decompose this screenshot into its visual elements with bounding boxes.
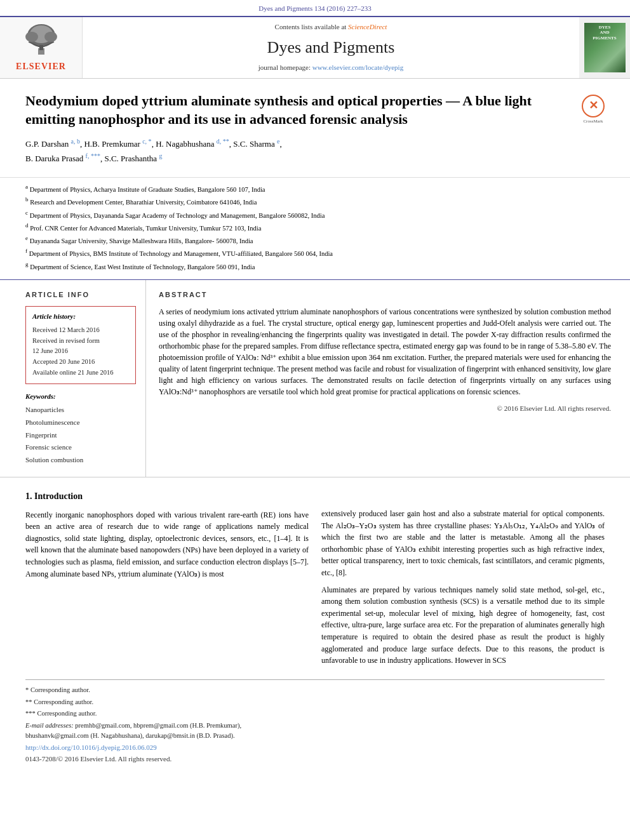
footnote-emails: E-mail addresses: premhb@gmail.com, hbpr… <box>25 721 605 741</box>
affiliations-section: a Department of Physics, Acharya Institu… <box>0 178 630 280</box>
revised-label: Received in revised form <box>32 336 129 347</box>
journal-center: Contents lists available at ScienceDirec… <box>83 17 579 77</box>
affil-g: g Department of Science, East West Insti… <box>25 260 605 272</box>
abstract-label: ABSTRACT <box>159 290 611 300</box>
body-section: 1. Introduction Recently inorganic nanop… <box>0 477 630 672</box>
elsevier-tree-icon <box>16 23 67 58</box>
article-history-box: Article history: Received 12 March 2016 … <box>25 306 136 383</box>
received-date: Received 12 March 2016 <box>32 325 129 336</box>
email-addresses-2: bhushanvk@gmail.com (H. Nagabhushana), d… <box>25 732 235 739</box>
available-date: Available online 21 June 2016 <box>32 368 129 378</box>
body-left-col: 1. Introduction Recently inorganic nanop… <box>25 490 309 672</box>
sciencedirect-line: Contents lists available at ScienceDirec… <box>275 22 387 32</box>
keyword-fingerprint: Fingerprint <box>25 429 136 442</box>
elsevier-logo: ELSEVIER <box>0 17 83 77</box>
keyword-nanoparticles: Nanoparticles <box>25 404 136 417</box>
keyword-forensic: Forensic science <box>25 441 136 454</box>
article-info-label: ARTICLE INFO <box>25 290 136 300</box>
phosphor-word: phosphor <box>192 330 220 339</box>
svg-point-3 <box>25 32 38 42</box>
homepage-line: journal homepage: www.elsevier.com/locat… <box>258 63 403 72</box>
footnotes-section: * Corresponding author. ** Corresponding… <box>25 679 605 767</box>
journal-reference: Dyes and Pigments 134 (2016) 227–233 <box>258 4 372 12</box>
article-info-abstract-section: ARTICLE INFO Article history: Received 1… <box>0 280 630 477</box>
revised-date: 12 June 2016 <box>32 346 129 357</box>
body-right-col: extensively produced laser gain host and… <box>321 490 605 672</box>
footnote-corr2: ** Corresponding author. <box>25 697 605 707</box>
intro-heading: 1. Introduction <box>25 490 309 503</box>
affil-e: e Dayananda Sagar University, Shavige Ma… <box>25 234 605 246</box>
body-para-right-2: Aluminates are prepared by various techn… <box>321 584 605 667</box>
crossmark-circle: ✕ <box>582 95 605 117</box>
doi-link[interactable]: http://dx.doi.org/10.1016/j.dyepig.2016.… <box>25 743 605 752</box>
sciencedirect-label: Contents lists available at <box>275 23 347 30</box>
body-para-right-1: extensively produced laser gain host and… <box>321 508 605 579</box>
body-two-col: 1. Introduction Recently inorganic nanop… <box>25 490 605 672</box>
affil-b: b Research and Development Center, Bhara… <box>25 196 605 207</box>
journal-ref-bar: Dyes and Pigments 134 (2016) 227–233 <box>0 0 630 16</box>
homepage-label: journal homepage: <box>258 63 311 71</box>
footnote-corr3: *** Corresponding author. <box>25 709 605 719</box>
sciencedirect-link[interactable]: ScienceDirect <box>348 23 387 30</box>
cover-image: DYESANDPIGMENTS <box>584 23 626 72</box>
svg-point-4 <box>44 32 57 42</box>
intro-para-1: Recently inorganic nanophosphors doped w… <box>25 509 309 580</box>
affil-c: c Department of Physics, Dayananda Sagar… <box>25 209 605 220</box>
footnote-corr1: * Corresponding author. <box>25 685 605 695</box>
email-label: E-mail addresses: <box>25 722 75 729</box>
affil-f: f Department of Physics, BMS Institute o… <box>25 247 605 258</box>
crossmark-badge[interactable]: ✕ CrossMark <box>582 95 605 125</box>
history-title: Article history: <box>32 312 129 321</box>
abstract-copyright: © 2016 Elsevier Ltd. All rights reserved… <box>159 404 611 413</box>
abstract-text: A series of neodymium ions activated ytt… <box>159 306 611 397</box>
issn-line: 0143-7208/© 2016 Elsevier Ltd. All right… <box>25 754 605 764</box>
keywords-section: Keywords: Nanoparticles Photoluminescenc… <box>25 392 136 467</box>
crossmark-label: CrossMark <box>582 119 605 125</box>
journal-cover: DYESANDPIGMENTS <box>579 17 630 77</box>
keyword-combustion: Solution combustion <box>25 454 136 467</box>
authors-line: G.P. Darshan a, b, H.B. Premkumar c, *, … <box>25 137 605 166</box>
crossmark-icon: ✕ <box>589 98 598 114</box>
article-title: Neodymium doped yttrium aluminate synthe… <box>25 91 605 129</box>
elsevier-brand: ELSEVIER <box>16 60 66 73</box>
affil-d: d Prof. CNR Center for Advanced Material… <box>25 222 605 233</box>
keyword-photoluminescence: Photoluminescence <box>25 417 136 429</box>
affil-a: a Department of Physics, Acharya Institu… <box>25 183 605 194</box>
keywords-title: Keywords: <box>25 392 136 401</box>
journal-title: Dyes and Pigments <box>267 36 395 59</box>
svg-rect-5 <box>39 45 43 50</box>
abstract-col: ABSTRACT A series of neodymium ions acti… <box>146 280 624 477</box>
email-addresses: premhb@gmail.com, hbprem@gmail.com (H.B.… <box>75 722 241 729</box>
intro-section: 1. Introduction Recently inorganic nanop… <box>25 490 309 580</box>
article-info-col: ARTICLE INFO Article history: Received 1… <box>6 280 146 477</box>
article-title-section: ✕ CrossMark Neodymium doped yttrium alum… <box>0 79 630 178</box>
cover-title-text: DYESANDPIGMENTS <box>593 25 616 41</box>
accepted-date: Accepted 20 June 2016 <box>32 357 129 368</box>
homepage-link[interactable]: www.elsevier.com/locate/dyepig <box>312 63 403 71</box>
journal-header: ELSEVIER Contents lists available at Sci… <box>0 16 630 78</box>
